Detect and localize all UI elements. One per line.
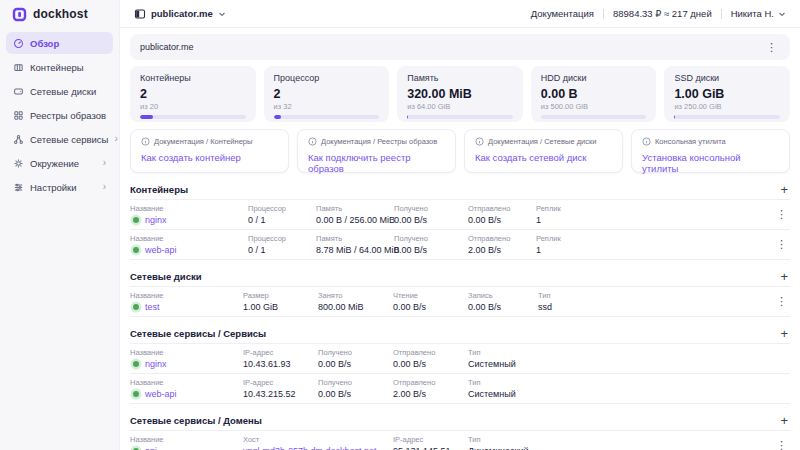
project-selector[interactable]: publicator.me	[134, 8, 226, 20]
row-menu-button[interactable]: ⋮	[773, 207, 790, 222]
stat-title: SSD диски	[674, 73, 780, 83]
add-disk-button[interactable]: +	[778, 270, 790, 283]
section-title: Сетевые диски	[130, 271, 202, 282]
stat-title: HDD диски	[541, 73, 647, 83]
stat-limit: из 32	[274, 102, 380, 111]
sidebar-item-image-registries[interactable]: Реестры образов	[6, 104, 113, 126]
sidebar-item-label: Реестры образов	[30, 110, 106, 121]
sidebar-item-label: Сетевые диски	[30, 86, 96, 97]
user-menu[interactable]: Никита Н.	[731, 8, 786, 19]
info-icon	[642, 137, 651, 146]
topbar: publicator.me Документация 88984.33 ₽ ≈ …	[120, 0, 800, 28]
project-selector-label: publicator.me	[151, 8, 213, 19]
status-ok-dot	[133, 217, 139, 223]
doc-category: Документация / Сетевые диски	[475, 137, 612, 146]
main-area: publicator.me Документация 88984.33 ₽ ≈ …	[120, 0, 800, 450]
project-card-menu-button[interactable]: ⋮	[763, 40, 780, 55]
stat-value: 2	[274, 87, 380, 101]
user-name: Никита Н.	[731, 8, 774, 19]
doc-category-label: Документация / Контейнеры	[154, 137, 252, 146]
domain-name-link[interactable]: api	[145, 446, 157, 450]
doc-category-label: Документация / Реестры образов	[321, 137, 437, 146]
network-disks-icon	[13, 86, 24, 97]
cell-label: Отправлено	[468, 204, 536, 213]
stat-value: 1.00 GiB	[674, 87, 780, 101]
sidebar-item-settings[interactable]: Настройки ›	[6, 176, 113, 198]
cell-label: Тип	[468, 378, 772, 387]
cell-label: Процессор	[248, 234, 316, 243]
row-menu-button[interactable]: ⋮	[773, 438, 790, 450]
doc-link[interactable]: Как подключить реестр образов	[308, 152, 445, 174]
cell-value: 0.00 B/s	[394, 215, 468, 225]
cell-value: 1	[536, 245, 772, 255]
network-disks-table: Названиеtest Размер1.00 GiB Занято800.00…	[130, 286, 790, 317]
containers-icon	[13, 62, 24, 73]
add-container-button[interactable]: +	[778, 183, 790, 196]
cell-label: Запись	[468, 291, 538, 300]
stat-value: 2	[140, 87, 246, 101]
doc-link[interactable]: Установка консольной утилиты	[642, 152, 779, 174]
progress-bar	[140, 115, 246, 119]
domains-table: Названиеapi Хостvngl-md3b-257h.dm.dockho…	[130, 430, 790, 450]
progress-bar	[407, 115, 513, 119]
cell-label: Хост	[243, 435, 393, 444]
settings-icon	[13, 182, 24, 193]
services-table: Названиеnginx IP-адрес10.43.61.93 Получе…	[130, 343, 790, 404]
cell-label: IP-адрес	[393, 435, 468, 444]
row-menu-button[interactable]: ⋮	[773, 294, 790, 309]
cell-label: Название	[130, 348, 243, 357]
add-domain-button[interactable]: +	[778, 414, 790, 427]
cell-value: 0.00 B/s	[468, 302, 538, 312]
service-name-link[interactable]: web-api	[145, 389, 177, 399]
progress-fill	[274, 115, 281, 119]
service-name-link[interactable]: nginx	[145, 359, 167, 369]
info-icon	[308, 137, 317, 146]
dockhost-logo-icon	[12, 7, 27, 22]
sidebar-item-label: Окружение	[30, 158, 79, 169]
add-service-button[interactable]: +	[778, 327, 790, 340]
chevron-down-icon	[218, 10, 226, 18]
cell-label: Название	[130, 291, 243, 300]
documentation-link[interactable]: Документация	[531, 8, 594, 19]
cell-label: Процессор	[248, 204, 316, 213]
status-ok-dot	[133, 391, 139, 397]
cell-value: 0.00 B/s	[318, 389, 393, 399]
table-row: Названиеtest Размер1.00 GiB Занято800.00…	[130, 286, 790, 316]
doc-link[interactable]: Как создать контейнер	[141, 152, 241, 163]
sidebar-item-containers[interactable]: Контейнеры	[6, 56, 113, 78]
progress-fill	[407, 115, 408, 119]
doc-cards-row: Документация / Контейнеры Как создать ко…	[130, 129, 790, 173]
container-name-link[interactable]: web-api	[145, 245, 177, 255]
info-icon	[141, 137, 150, 146]
stat-title: Процессор	[274, 73, 380, 83]
cell-label: Получено	[394, 234, 468, 243]
topbar-right: Документация 88984.33 ₽ ≈ 217 дней Никит…	[531, 8, 786, 19]
environment-icon	[13, 158, 24, 169]
table-row: Названиеweb-api Процессор0 / 1 Память8.7…	[130, 229, 790, 259]
sidebar-item-label: Контейнеры	[30, 62, 84, 73]
divider	[603, 9, 604, 19]
sidebar-item-label: Настройки	[30, 182, 77, 193]
cell-label: Получено	[318, 378, 393, 387]
sidebar-item-network-services[interactable]: Сетевые сервисы ›	[6, 128, 113, 150]
brand-name: dockhost	[33, 7, 88, 21]
disk-name-link[interactable]: test	[145, 302, 160, 312]
image-registries-icon	[13, 110, 24, 121]
doc-card-network-disks: Документация / Сетевые диски Как создать…	[464, 129, 623, 173]
sidebar-item-overview[interactable]: Обзор	[6, 32, 113, 54]
stat-value: 0.00 B	[541, 87, 647, 101]
cell-value: 800.00 MiB	[318, 302, 393, 312]
status-ok-dot	[133, 247, 139, 253]
sidebar-item-network-disks[interactable]: Сетевые диски	[6, 80, 113, 102]
domain-host-link[interactable]: vngl-md3b-257h.dm.dockhost.net	[243, 446, 393, 450]
row-menu-button[interactable]: ⋮	[773, 237, 790, 252]
stat-title: Память	[407, 73, 513, 83]
stat-card-ssd: SSD диски 1.00 GiB из 250.00 GiB	[664, 66, 790, 122]
stat-card-hdd: HDD диски 0.00 B из 500.00 GiB	[531, 66, 657, 122]
doc-link[interactable]: Как создать сетевой диск	[475, 152, 587, 163]
cell-label: Размер	[243, 291, 318, 300]
cell-label: Отправлено	[393, 378, 468, 387]
progress-bar	[674, 115, 780, 119]
sidebar-item-environment[interactable]: Окружение ›	[6, 152, 113, 174]
container-name-link[interactable]: nginx	[145, 215, 167, 225]
